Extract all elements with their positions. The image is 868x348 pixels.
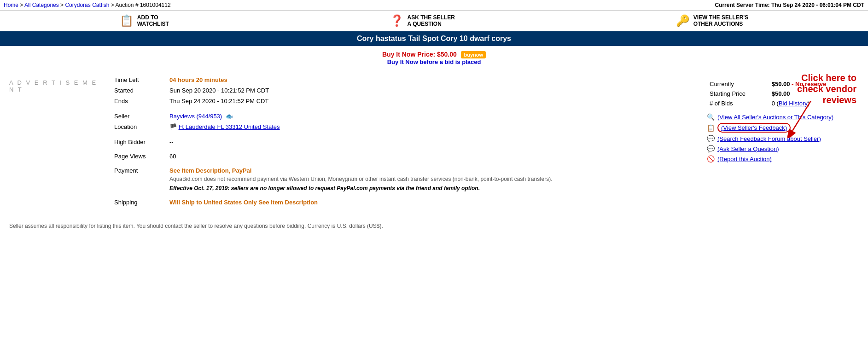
currently-row: Currently $50.00 - No reserve bbox=[707, 79, 859, 89]
ask-question-icon bbox=[707, 145, 715, 153]
search-forum-item: (Search Feedback Forum about Seller) bbox=[707, 134, 859, 143]
right-panel-table: Currently $50.00 - No reserve Starting P… bbox=[707, 79, 859, 108]
spacer4-row bbox=[111, 162, 693, 165]
details-table: Time Left 04 hours 20 minutes Started Su… bbox=[111, 75, 693, 208]
breadcrumb-category[interactable]: Corydoras Catfish bbox=[65, 2, 109, 8]
time-left-row: Time Left 04 hours 20 minutes bbox=[111, 75, 693, 85]
advertisement-area: A D V E R T I S E M E N T bbox=[9, 75, 101, 208]
key-icon: 🔑 bbox=[676, 14, 690, 27]
shipping-row: Shipping Will Ship to United States Only… bbox=[111, 197, 693, 208]
location-link[interactable]: Ft Lauderdale FL 33312 United States bbox=[179, 123, 280, 130]
ask-label2: A QUESTION bbox=[408, 21, 455, 27]
ends-value: Thu Sep 24 2020 - 10:21:52 PM CDT bbox=[166, 96, 693, 106]
fish-icon: 🐟 bbox=[226, 113, 233, 120]
forum-icon bbox=[707, 134, 715, 143]
buy-now-price: Buy It Now Price: $50.00 bbox=[382, 51, 457, 58]
auction-details: Time Left 04 hours 20 minutes Started Su… bbox=[111, 75, 693, 208]
payment-note: Effective Oct. 17, 2019: sellers are no … bbox=[169, 185, 689, 191]
started-value: Sun Sep 20 2020 - 10:21:52 PM CDT bbox=[166, 85, 693, 96]
payment-warning: AquaBid.com does not recommend payment v… bbox=[169, 176, 689, 182]
view-feedback-link[interactable]: (View Seller's Feedback) bbox=[721, 124, 787, 131]
auction-title-bar: Cory hastatus Tail Spot Cory 10 dwarf co… bbox=[0, 31, 868, 46]
payment-value: See Item Description, PayPal bbox=[169, 167, 689, 174]
starting-price-value: $50.00 bbox=[769, 89, 859, 99]
shipping-text: Will Ship to United States Only See Item… bbox=[169, 199, 318, 206]
page-views-label: Page Views bbox=[111, 151, 166, 162]
watchlist-label2: WATCHLIST bbox=[137, 21, 169, 27]
report-auction-link[interactable]: (Report this Auction) bbox=[717, 156, 772, 162]
view-label2: OTHER AUCTIONS bbox=[693, 21, 749, 27]
seller-value: Bayviews (944/953) 🐟 bbox=[166, 111, 693, 122]
seller-actions: (View All Seller's Auctions or This Cate… bbox=[707, 113, 859, 163]
view-label1: VIEW THE SELLER'S bbox=[693, 14, 749, 21]
seller-link[interactable]: Bayviews (944/953) bbox=[169, 113, 222, 120]
buy-now-section: Buy It Now Price: $50.00 buynow Buy It N… bbox=[0, 46, 868, 70]
location-value: 🏴 Ft Lauderdale FL 33312 United States bbox=[166, 122, 693, 132]
ask-seller-button[interactable]: ❓ ASK THE SELLER A QUESTION bbox=[390, 14, 455, 27]
feedback-icon bbox=[707, 124, 715, 132]
question-icon: ❓ bbox=[390, 14, 404, 27]
breadcrumb-all-categories[interactable]: All Categories bbox=[24, 2, 59, 8]
auction-title: Cory hastatus Tail Spot Cory 10 dwarf co… bbox=[357, 35, 511, 42]
view-all-auctions-link[interactable]: (View All Seller's Auctions or This Cate… bbox=[717, 114, 833, 121]
payment-value-cell: See Item Description, PayPal AquaBid.com… bbox=[166, 165, 693, 193]
bids-row: # of Bids 0 (Bid History) bbox=[707, 99, 859, 108]
time-left-label: Time Left bbox=[111, 75, 166, 85]
ends-row: Ends Thu Sep 24 2020 - 10:21:52 PM CDT bbox=[111, 96, 693, 106]
report-icon bbox=[707, 155, 715, 163]
view-seller-auctions-button[interactable]: 🔑 VIEW THE SELLER'S OTHER AUCTIONS bbox=[676, 14, 749, 27]
high-bidder-value: -- bbox=[166, 137, 693, 147]
feedback-highlight: (View Seller's Feedback) bbox=[717, 123, 791, 133]
buy-now-note: Buy It Now before a bid is placed bbox=[5, 58, 863, 65]
bid-history-link[interactable]: Bid History bbox=[779, 100, 808, 107]
no-reserve-badge: - No reserve bbox=[792, 81, 826, 87]
breadcrumb: Home > All Categories > Corydoras Catfis… bbox=[4, 2, 171, 8]
right-panel: Click here tocheck vendorreviews Current… bbox=[702, 75, 859, 208]
bids-label: # of Bids bbox=[707, 99, 769, 108]
payment-row: Payment See Item Description, PayPal Aqu… bbox=[111, 165, 693, 193]
watchlist-button[interactable]: 📋 ADD TO WATCHLIST bbox=[120, 14, 169, 27]
search-forum-link[interactable]: (Search Feedback Forum about Seller) bbox=[717, 135, 821, 142]
started-label: Started bbox=[111, 85, 166, 96]
spacer5-row bbox=[111, 193, 693, 197]
payment-label: Payment bbox=[111, 165, 166, 193]
search-icon bbox=[707, 113, 715, 121]
disclaimer: Seller assumes all responsibility for li… bbox=[0, 217, 868, 235]
location-label: Location bbox=[111, 122, 166, 132]
ends-label: Ends bbox=[111, 96, 166, 106]
action-bar: 📋 ADD TO WATCHLIST ❓ ASK THE SELLER A QU… bbox=[0, 11, 868, 31]
time-left-value: 04 hours 20 minutes bbox=[166, 75, 693, 85]
starting-price-label: Starting Price bbox=[707, 89, 769, 99]
server-time: Current Server Time: Thu Sep 24 2020 - 0… bbox=[715, 2, 864, 8]
view-all-auctions-item: (View All Seller's Auctions or This Cate… bbox=[707, 113, 859, 121]
buy-now-button[interactable]: buynow bbox=[461, 51, 486, 58]
spacer3-row bbox=[111, 147, 693, 151]
shipping-value: Will Ship to United States Only See Item… bbox=[166, 197, 693, 208]
breadcrumb-home[interactable]: Home bbox=[4, 2, 18, 8]
currently-label: Currently bbox=[707, 79, 769, 89]
view-feedback-item: (View Seller's Feedback) bbox=[707, 123, 859, 133]
watchlist-label1: ADD TO bbox=[137, 14, 169, 21]
shipping-label: Shipping bbox=[111, 197, 166, 208]
bids-value-cell: 0 (Bid History) bbox=[769, 99, 859, 108]
clipboard-icon: 📋 bbox=[120, 14, 134, 27]
page-views-row: Page Views 60 bbox=[111, 151, 693, 162]
high-bidder-label: High Bidder bbox=[111, 137, 166, 147]
location-row: Location 🏴 Ft Lauderdale FL 33312 United… bbox=[111, 122, 693, 132]
currently-value: $50.00 bbox=[772, 81, 790, 87]
currently-value-cell: $50.00 - No reserve bbox=[769, 79, 859, 89]
ask-question-link[interactable]: (Ask Seller a Question) bbox=[717, 145, 779, 152]
page-views-value: 60 bbox=[166, 151, 693, 162]
spacer2-row bbox=[111, 132, 693, 137]
seller-row: Seller Bayviews (944/953) 🐟 bbox=[111, 111, 693, 122]
high-bidder-row: High Bidder -- bbox=[111, 137, 693, 147]
top-bar: Home > All Categories > Corydoras Catfis… bbox=[0, 0, 868, 11]
starting-price-row: Starting Price $50.00 bbox=[707, 89, 859, 99]
main-content: A D V E R T I S E M E N T Time Left 04 h… bbox=[0, 70, 868, 212]
report-auction-item: (Report this Auction) bbox=[707, 155, 859, 163]
started-row: Started Sun Sep 20 2020 - 10:21:52 PM CD… bbox=[111, 85, 693, 96]
flag-icon: 🏴 bbox=[169, 123, 177, 130]
ask-question-item: (Ask Seller a Question) bbox=[707, 145, 859, 153]
spacer-row bbox=[111, 106, 693, 111]
bids-count: 0 bbox=[772, 100, 775, 107]
